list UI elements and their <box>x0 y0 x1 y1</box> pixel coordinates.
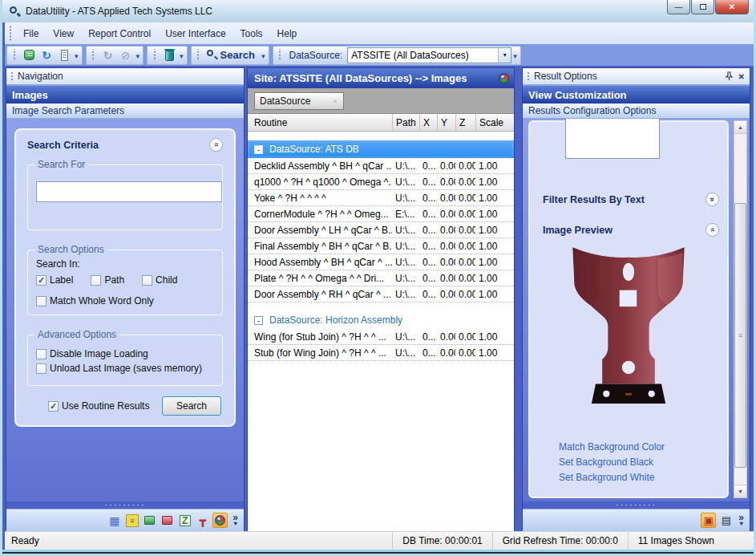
menu-report-control[interactable]: Report Control <box>81 25 158 43</box>
table-row[interactable]: Door Assembly ^ RH ^ qCar ^ ...U:\...0..… <box>248 286 514 302</box>
toolbar-search-button[interactable]: Search <box>204 47 260 63</box>
checkbox-path[interactable]: ✓ Path <box>91 274 124 286</box>
red-parts-button[interactable] <box>160 513 175 528</box>
group-row[interactable]: -DataSource: Horizon Assembly <box>248 311 514 329</box>
use-routine-results-checkbox[interactable]: ✓ <box>48 401 59 412</box>
set-background-black-link[interactable]: Set Background Black <box>559 457 665 468</box>
toolbar-overflow-icon[interactable]: ▾ <box>135 48 142 64</box>
splitter-handle[interactable]: ········· <box>6 501 244 509</box>
delete-button[interactable] <box>160 47 178 63</box>
expand-filter-button[interactable]: » <box>705 193 719 206</box>
table-row[interactable]: Stub (for Wing Join) ^ ?H ^ ^ ...U:\...0… <box>248 345 514 361</box>
checkbox-child[interactable]: ✓ Child <box>142 274 177 286</box>
globe-icon[interactable] <box>499 73 509 83</box>
tooling-button[interactable]: ┳ <box>195 513 210 528</box>
search-button[interactable]: Search <box>162 396 221 416</box>
minimize-button[interactable]: — <box>667 0 690 14</box>
report-grid-button[interactable]: ▦ <box>107 513 122 528</box>
scroll-down-icon[interactable]: ▼ <box>734 485 746 497</box>
color-swatch-box[interactable] <box>565 119 660 159</box>
title-bar[interactable]: DataUtility - ATS Applied Tech Systems L… <box>2 0 754 22</box>
cell-routine: Stub (for Wing Join) ^ ?H ^ ^ ... <box>248 347 392 359</box>
search-criteria-box: Search Criteria » Search For Search Opti… <box>14 128 236 427</box>
toolbar-overflow-icon[interactable]: ▾ <box>260 48 267 64</box>
log-button[interactable] <box>55 47 73 63</box>
cell-scale: 1.00 <box>475 177 514 188</box>
table-row[interactable]: Decklid Assembly ^ BH ^ qCar ...U:\...0.… <box>248 158 514 174</box>
pin-icon[interactable] <box>725 71 734 81</box>
toolbar-more-button[interactable]: »▾ <box>736 515 746 526</box>
match-background-color-link[interactable]: Match Background Color <box>559 441 665 453</box>
navigation-caption-bar[interactable]: Navigation <box>6 68 244 85</box>
column-x[interactable]: X <box>419 114 437 131</box>
column-y[interactable]: Y <box>437 114 455 131</box>
child-checkbox[interactable]: ✓ <box>142 275 152 286</box>
column-scale[interactable]: Scale <box>475 114 514 131</box>
column-z[interactable]: Z <box>455 114 475 131</box>
toolbar-overflow-icon[interactable]: ▾ <box>178 48 185 64</box>
green-parts-button[interactable] <box>142 513 157 528</box>
menu-help[interactable]: Help <box>270 25 305 43</box>
menu-file[interactable]: File <box>16 25 46 43</box>
column-routine[interactable]: Routine <box>248 114 392 131</box>
collapse-group-icon[interactable]: - <box>254 145 263 154</box>
close-button[interactable]: ✕ <box>715 0 749 14</box>
checkbox-unload-last-image[interactable]: ✓ Unload Last Image (saves memory) <box>36 363 216 374</box>
table-row[interactable]: Door Assembly ^ LH ^ qCar ^ B...U:\...0.… <box>248 222 514 238</box>
collapse-section-button[interactable]: » <box>209 138 223 152</box>
maximize-button[interactable] <box>691 0 714 14</box>
set-background-white-link[interactable]: Set Background White <box>559 472 665 483</box>
cell-routine: CornerModule ^ ?H ^ ^ Omeg... <box>248 209 392 220</box>
toolbar-more-button[interactable]: »▾ <box>230 515 241 526</box>
database-commit-button[interactable] <box>20 47 38 63</box>
grip-icon <box>12 49 16 61</box>
table-row[interactable]: Yoke ^ ?H ^ ^ ^ ^U:\...0....0.000.001.00 <box>248 190 514 206</box>
group-by-datasource-button[interactable]: DataSource ▲ <box>254 92 344 110</box>
vertical-scrollbar[interactable]: ▲ ≡ ▼ <box>734 120 747 498</box>
close-panel-icon[interactable]: ✕ <box>738 72 745 81</box>
search-for-label: Search For <box>34 159 88 170</box>
table-row[interactable]: CornerModule ^ ?H ^ ^ Omeg...E:\...0....… <box>248 206 514 222</box>
group-row[interactable]: -DataSource: ATS DB <box>248 140 514 158</box>
list-report-button[interactable]: ≡ <box>124 513 139 528</box>
window-bottom-edge <box>2 550 754 554</box>
menu-view[interactable]: View <box>46 25 81 43</box>
collapse-preview-button[interactable]: » <box>705 223 719 237</box>
table-row[interactable]: q1000 ^ ?H ^ q1000 ^ Omega ^...U:\...0..… <box>248 174 514 190</box>
unload-last-image-checkbox[interactable]: ✓ <box>36 363 46 374</box>
scroll-up-icon[interactable]: ▲ <box>734 121 746 134</box>
table-row[interactable]: Hood Assembly ^ BH ^ qCar ^ ...U:\...0..… <box>248 254 514 270</box>
checkbox-match-whole-word[interactable]: ✓ Match Whole Word Only <box>36 295 216 306</box>
match-whole-word-checkbox[interactable]: ✓ <box>36 296 46 306</box>
checkbox-label[interactable]: ✓ Label <box>36 274 73 286</box>
image-preview-toggle-button-active[interactable]: ▣ <box>701 513 716 528</box>
disable-image-loading-checkbox[interactable]: ✓ <box>36 349 46 359</box>
menu-user-interface[interactable]: User Interface <box>158 25 232 43</box>
label-checkbox[interactable]: ✓ <box>36 275 46 286</box>
checkbox-use-routine-results[interactable]: ✓ Use Routine Results <box>48 400 149 412</box>
site-header-title: Site: ATSSITE (All DataSources) --> Imag… <box>254 72 467 84</box>
cell-y: 0.00 <box>437 273 455 284</box>
chevron-down-icon[interactable]: ▾ <box>498 48 511 63</box>
toolbar-overflow-icon[interactable]: ▾ <box>73 48 80 64</box>
menu-tools[interactable]: Tools <box>233 25 270 43</box>
search-input[interactable] <box>36 181 222 202</box>
toolbar: ↻ ▾ ↻ ⊘ ▾ ▾ Search ▾ DataSource: <box>5 44 756 66</box>
datasource-combobox[interactable]: ATSSITE (All DataSources) ▾ <box>347 47 511 63</box>
result-options-caption-bar[interactable]: Result Options ✕ <box>523 68 750 85</box>
splitter-handle[interactable]: ········· <box>523 501 750 509</box>
images-view-button-active[interactable] <box>212 513 228 528</box>
export-button[interactable]: Z <box>177 513 192 528</box>
scrollbar-thumb[interactable]: ≡ <box>734 203 746 468</box>
path-checkbox[interactable]: ✓ <box>91 275 101 286</box>
column-path[interactable]: Path <box>392 114 419 131</box>
table-row[interactable]: Final Assembly ^ BH ^ qCar ^ B...U:\...0… <box>248 238 514 254</box>
toolbar-overflow-icon[interactable]: ▾ <box>511 48 519 64</box>
table-row[interactable]: Plate ^ ?H ^ ^ Omega ^ ^ Dri...U:\...0..… <box>248 270 514 286</box>
table-row[interactable]: Wing (for Stub Join) ^ ?H ^ ^ ...U:\...0… <box>248 329 514 345</box>
checkbox-disable-image-loading[interactable]: ✓ Disable Image Loading <box>36 348 216 359</box>
media-help-button[interactable]: ▤ <box>718 513 734 528</box>
cell-z: 0.00 <box>455 331 475 343</box>
refresh-button[interactable]: ↻ <box>38 47 55 63</box>
collapse-group-icon[interactable]: - <box>254 316 263 325</box>
